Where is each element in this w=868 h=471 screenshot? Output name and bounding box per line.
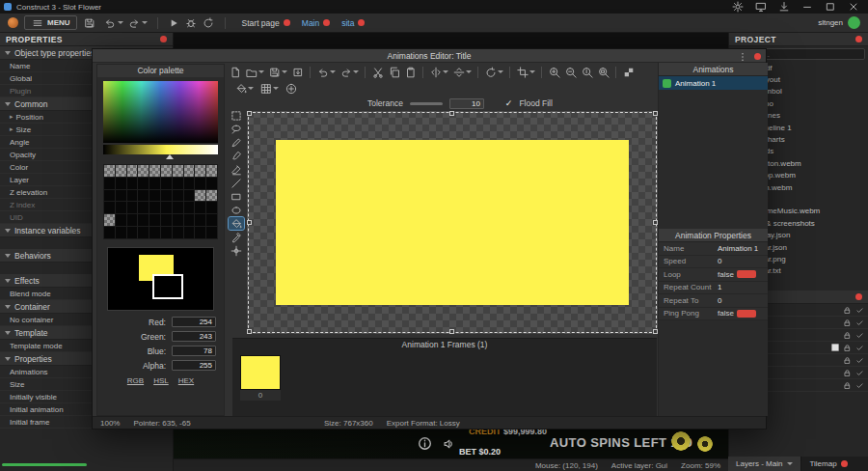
image-content[interactable] xyxy=(276,140,629,305)
palette-swatch[interactable] xyxy=(195,165,205,177)
zoom-out-button[interactable] xyxy=(563,65,578,80)
tab-layers-main[interactable]: Layers - Main xyxy=(728,457,801,471)
bug-button[interactable] xyxy=(184,15,199,31)
grid-button[interactable] xyxy=(258,81,280,97)
download-button[interactable] xyxy=(777,1,791,13)
new-file-button[interactable] xyxy=(228,65,242,80)
lightness-marker[interactable] xyxy=(166,154,174,159)
resize-handle[interactable] xyxy=(247,220,252,225)
palette-swatch[interactable] xyxy=(127,178,138,189)
palette-swatch[interactable] xyxy=(104,214,115,226)
channel-value-input[interactable]: 254 xyxy=(172,317,216,327)
redo-button[interactable] xyxy=(127,15,149,31)
palette-swatch[interactable] xyxy=(149,214,160,226)
brush-tool-button[interactable] xyxy=(229,150,244,162)
palette-swatch[interactable] xyxy=(149,165,160,177)
palette-swatch[interactable] xyxy=(184,202,195,213)
image-canvas[interactable] xyxy=(247,111,658,334)
palette-swatch[interactable] xyxy=(116,178,126,189)
palette-swatch[interactable] xyxy=(138,178,149,189)
fill-tool-button[interactable] xyxy=(229,217,244,230)
marquee-tool-button[interactable] xyxy=(229,109,244,122)
animation-property-row[interactable]: Ping Pongfalse xyxy=(659,308,768,321)
color-gradient-picker[interactable] xyxy=(103,81,218,143)
lightness-bar[interactable] xyxy=(103,145,218,154)
palette-swatch[interactable] xyxy=(195,227,205,238)
palette-swatch[interactable] xyxy=(104,227,115,238)
palette-swatch[interactable] xyxy=(161,178,172,189)
palette-swatch[interactable] xyxy=(127,165,138,177)
animation-property-row[interactable]: Speed0 xyxy=(659,256,768,269)
tolerance-value-input[interactable]: 10 xyxy=(449,98,484,109)
palette-swatch[interactable] xyxy=(195,214,205,226)
copy-button[interactable] xyxy=(387,65,401,80)
color-mode-hsl[interactable]: HSL xyxy=(153,376,169,385)
flood-fill-checkbox[interactable]: ✓ xyxy=(505,98,513,108)
animation-property-row[interactable]: Loopfalse xyxy=(659,268,768,282)
palette-swatch[interactable] xyxy=(206,190,217,202)
palette-swatch[interactable] xyxy=(161,190,172,202)
palette-swatch[interactable] xyxy=(104,165,115,177)
palette-swatch[interactable] xyxy=(149,190,160,202)
resize-handle[interactable] xyxy=(449,111,454,116)
palette-swatch[interactable] xyxy=(116,227,126,238)
save-button[interactable] xyxy=(267,65,288,80)
construct-logo-icon[interactable] xyxy=(8,17,18,28)
palette-swatch[interactable] xyxy=(195,190,205,202)
maximize-button[interactable] xyxy=(824,1,837,13)
undo-button[interactable] xyxy=(103,15,124,31)
ellipse-tool-button[interactable] xyxy=(229,204,244,216)
palette-swatch[interactable] xyxy=(161,202,172,213)
palette-swatch[interactable] xyxy=(184,214,195,226)
save-button[interactable] xyxy=(83,15,97,31)
channel-value-input[interactable]: 255 xyxy=(172,360,216,371)
gear-button[interactable] xyxy=(731,1,745,13)
resize-handle[interactable] xyxy=(247,111,252,116)
palette-swatch[interactable] xyxy=(173,178,183,189)
paste-button[interactable] xyxy=(403,65,418,80)
palette-swatch[interactable] xyxy=(116,202,126,213)
palette-swatch[interactable] xyxy=(116,214,126,226)
palette-swatch[interactable] xyxy=(195,178,205,189)
palette-swatch[interactable] xyxy=(173,202,183,213)
animation-property-row[interactable]: Repeat To0 xyxy=(659,294,768,308)
palette-swatch[interactable] xyxy=(149,227,160,238)
frame-thumbnail[interactable]: 0 xyxy=(240,355,281,401)
plus-circle-button[interactable] xyxy=(284,81,298,97)
zoom-in-button[interactable] xyxy=(547,65,561,80)
palette-swatch[interactable] xyxy=(116,190,126,202)
palette-swatch[interactable] xyxy=(161,165,172,177)
palette-swatch[interactable] xyxy=(173,214,183,226)
color-mode-rgb[interactable]: RGB xyxy=(127,376,144,385)
palette-swatch[interactable] xyxy=(184,178,195,189)
background-color-swatch[interactable] xyxy=(152,274,183,299)
minimize-button[interactable] xyxy=(800,1,814,13)
palette-swatch[interactable] xyxy=(127,214,138,226)
import-button[interactable] xyxy=(290,65,305,80)
resize-handle[interactable] xyxy=(247,329,252,334)
dialog-close-dot[interactable] xyxy=(754,53,761,60)
play-button[interactable] xyxy=(167,15,181,31)
resize-handle[interactable] xyxy=(449,329,454,334)
palette-swatch[interactable] xyxy=(184,227,195,238)
palette-swatch[interactable] xyxy=(173,165,183,177)
palette-swatch[interactable] xyxy=(206,165,217,177)
rotate-button[interactable] xyxy=(483,65,504,80)
checker-button[interactable] xyxy=(621,65,636,80)
palette-swatch[interactable] xyxy=(138,214,149,226)
tab-sita[interactable]: sita xyxy=(341,18,365,28)
info-icon[interactable] xyxy=(417,435,432,451)
open-folder-button[interactable] xyxy=(244,65,265,80)
palette-swatch[interactable] xyxy=(206,202,217,213)
animation-property-row[interactable]: Repeat Count1 xyxy=(659,282,768,295)
flip-button[interactable] xyxy=(451,65,473,80)
menu-button[interactable]: MENU xyxy=(24,15,77,30)
user-account[interactable]: sltngen xyxy=(818,16,860,29)
refresh-button[interactable] xyxy=(202,15,216,31)
monitor-button[interactable] xyxy=(754,1,768,13)
tolerance-slider[interactable] xyxy=(410,102,443,105)
channel-value-input[interactable]: 78 xyxy=(172,346,216,356)
zoom-fit-button[interactable] xyxy=(596,65,610,80)
palette-swatch[interactable] xyxy=(138,227,149,238)
palette-swatch[interactable] xyxy=(149,178,160,189)
